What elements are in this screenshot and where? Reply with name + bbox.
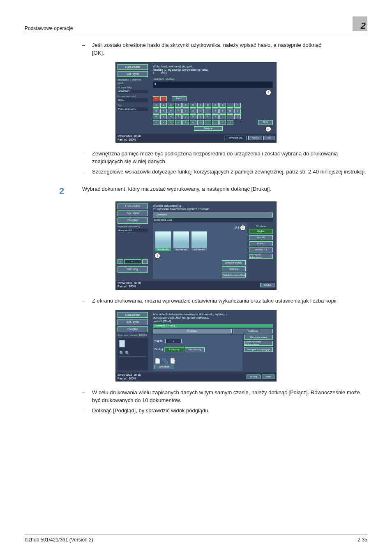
intro-list: – Jeśli zostało określone hasło dla skrz… [82, 42, 367, 57]
sheet-cover-button[interactable]: Ustaw.arkusza/ okładki/rozdz. [244, 341, 273, 346]
list-item: – Jeśli zostało określone hasło dla skrz… [82, 42, 367, 57]
footer-left: bizhub 501/421/361 (Version 2) [25, 537, 93, 543]
screenshot-select-doc: Lista zadań Spr. trybu Podgląd Wybrane d… [115, 201, 277, 290]
list-item: –Zewnętrzna pamięć może być podłączona b… [82, 150, 367, 166]
callout-2: 2 [240, 225, 246, 231]
duplex-button[interactable]: Dwustronny [185, 347, 205, 352]
shift-button[interactable]: Shift [258, 120, 273, 125]
screenshot-print-settings: Lista zadań Spr. trybu Podgląd Auto. wyb… [115, 310, 277, 382]
doc-details-button[interactable]: Szczegóły dokumentu [249, 254, 273, 259]
chapter-badge: 2 [353, 16, 367, 31]
tab-dokument[interactable]: Dokument [153, 213, 273, 217]
combine-button[interactable]: Połącz [249, 241, 273, 246]
step-2: 2 Wybrać dokument, który ma zostać wydru… [25, 186, 367, 197]
list-item: –W celu drukowania wielu zapisanych dany… [82, 389, 367, 405]
send-button[interactable]: Wy- ślij [249, 235, 273, 240]
list-item: –Dotknąć [Podgląd], by sprawdzić widok p… [82, 407, 367, 415]
finish-icons: 📄 📎 📑 [154, 358, 176, 364]
page-icon [119, 340, 125, 347]
select-all-button[interactable]: Wybierz wszyst. [222, 260, 246, 265]
doc-thumb[interactable]: document03 [191, 231, 207, 251]
page-footer: bizhub 501/421/361 (Version 2) 2-35 [25, 534, 367, 543]
footer-right: 2-35 [357, 537, 367, 543]
szc-reg-button[interactable]: Szc. reg. [118, 266, 148, 272]
callout-1: 1 [265, 90, 271, 95]
keyboard-row: 1234567890-^ [153, 103, 273, 108]
print-button[interactable]: Drukuj [249, 229, 273, 234]
page-header: Podstawowe operacje 2 [25, 16, 367, 33]
tab-podglad[interactable]: Podgląd [118, 217, 148, 223]
keyboard-row: zxcvbnm,./\ Shift [153, 120, 273, 125]
tab-lista-zadan[interactable]: Lista zadań [118, 64, 148, 70]
header-left: Podstawowe operacje [25, 25, 73, 31]
arrow-left-icon[interactable]: ← [153, 96, 159, 101]
stamp-button[interactable]: Stempel/ Kompozycja [244, 347, 273, 352]
reset-button[interactable]: Resetow. [222, 266, 246, 271]
margin-button[interactable]: Margines strony [244, 335, 273, 340]
doc-thumb[interactable]: document02 [173, 231, 189, 251]
tab-spr-trybu[interactable]: Spr. trybu [118, 71, 148, 77]
keyboard-row: qwertyuiop@[ [153, 109, 273, 113]
finishing-button[interactable]: Wykańcz. [154, 365, 174, 369]
zoom-in-icon[interactable]: 🔍 [119, 351, 124, 355]
zoom-button[interactable]: Powiększ WŁ. [224, 136, 247, 140]
preview-details-button[interactable]: Podgląd szczegółów [222, 273, 246, 278]
list-item: –Z ekranu drukowania, można wprowadzić u… [82, 297, 367, 305]
space-button[interactable]: Miejsce [194, 126, 223, 131]
tab-spr-trybu[interactable]: Spr. trybu [118, 319, 148, 325]
copies-value[interactable]: 1 [165, 339, 182, 343]
cancel-button[interactable]: Anuluj [248, 136, 263, 140]
callout-2: 2 [265, 126, 271, 132]
page-up-icon[interactable]: ↑ [118, 259, 123, 264]
keyboard-row: asdfghjkl;:] [153, 114, 273, 119]
password-input[interactable]: ▮ [153, 81, 273, 88]
ok-button[interactable]: OK [263, 136, 274, 140]
cancel-button[interactable]: Anuluj [247, 375, 261, 379]
simplex-button[interactable]: 1-Stronny [164, 347, 184, 352]
list-item: –Szczegółowe wskazówki dotyczące funkcji… [82, 168, 367, 176]
callout-1: 1 [154, 253, 160, 259]
bind-tx-button[interactable]: Bindow. TX [249, 247, 273, 252]
start-button[interactable]: Start [262, 375, 274, 379]
arrow-right-icon[interactable]: → [160, 96, 167, 101]
doc-thumb[interactable]: document01 [155, 231, 171, 251]
tab-lista-zadan[interactable]: Lista zadań [118, 312, 148, 318]
delete-button[interactable]: Usuń [172, 96, 187, 101]
page-down-icon[interactable]: ↓ [142, 259, 148, 264]
label: Informacja o skrzynce użytk. [118, 79, 148, 84]
cancel-button[interactable]: Anuluj [260, 283, 274, 287]
screenshot-password: Lista zadań Spr. trybu Informacja o skrz… [115, 62, 277, 143]
tab-podglad[interactable]: Podgląd [118, 326, 148, 332]
tab-podstaw[interactable]: Podstaw. [153, 329, 232, 333]
zoom-out-icon[interactable]: 🔍 [125, 351, 130, 355]
tab-spr-trybu[interactable]: Spr. trybu [118, 210, 148, 216]
tab-aplikacja[interactable]: Aplikacja [233, 329, 273, 333]
tab-lista-zadan[interactable]: Lista zadań [118, 204, 148, 209]
